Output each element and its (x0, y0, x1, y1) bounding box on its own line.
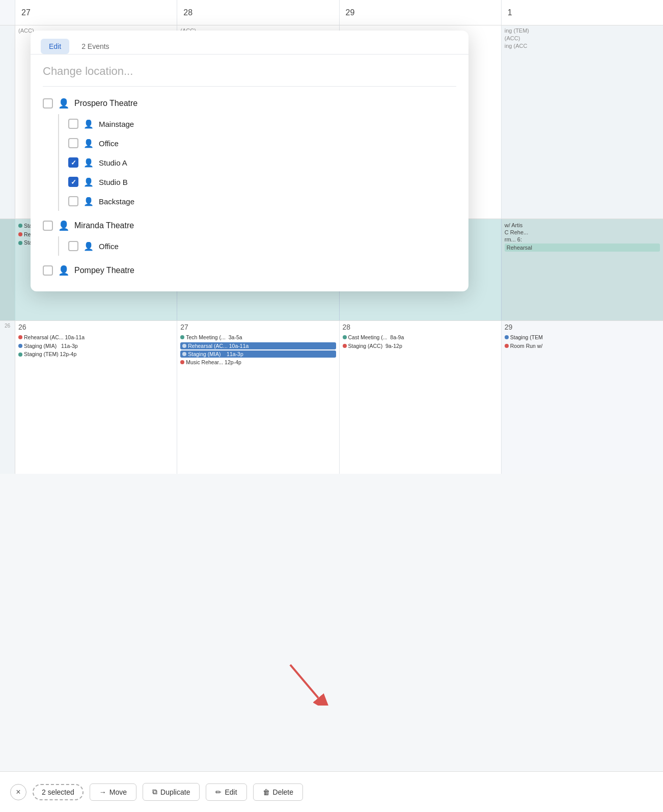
close-button[interactable]: × (10, 784, 26, 800)
location-name-studio-b: Studio B (99, 178, 128, 186)
cal-event-highlighted: Staging (MIA) 11a-3p (180, 350, 336, 358)
move-button[interactable]: → Move (90, 783, 136, 801)
checkbox-office1[interactable] (68, 138, 78, 148)
col-header-28: 28 (177, 0, 339, 25)
cal-col-1-top: ing (TEM) (ACC) ing (ACC (502, 25, 663, 219)
location-name-backstage: Backstage (99, 197, 134, 206)
move-label: Move (109, 788, 127, 796)
location-item-prospero[interactable]: 👤 Prospero Theatre (43, 93, 456, 114)
cal-event: Stagi­ng (ACC) 9a-12p (343, 342, 498, 350)
cal-day-27: 27 Tech Meeting (... 3a-5a Rehearsal (AC… (177, 321, 339, 474)
location-item-studio-b[interactable]: 👤 Studio B (59, 172, 456, 192)
edit-label: Edit (225, 788, 237, 796)
person-icon-miranda: 👤 (58, 220, 69, 231)
cal-event: Tech Meeting (... 3a-5a (180, 334, 336, 341)
modal-tabs: Edit 2 Events (31, 31, 468, 55)
cal-event: Staging (TEM) 12p-4p (18, 350, 174, 358)
location-item-studio-a[interactable]: 👤 Studio A (59, 153, 456, 172)
miranda-children: 👤 Office (58, 236, 456, 256)
calendar-header: 27 28 29 1 (0, 0, 663, 25)
location-name-miranda: Miranda Theatre (74, 221, 134, 230)
checkbox-prospero[interactable] (43, 98, 53, 109)
tab-events[interactable]: 2 Events (73, 39, 117, 54)
modal-search-placeholder: Change location... (43, 65, 456, 78)
location-name-mainstage: Mainstage (99, 120, 134, 128)
checkbox-mainstage[interactable] (68, 119, 78, 129)
cal-day-26: 26 Rehearsal (AC... 10a-11a Staging (MIA… (15, 321, 177, 474)
move-icon: → (99, 788, 106, 796)
checkbox-studio-b[interactable] (68, 177, 78, 187)
delete-label: Delete (273, 788, 293, 796)
person-icon-backstage: 👤 (84, 197, 94, 206)
checkbox-miranda[interactable] (43, 221, 53, 231)
col-header-27: 27 (15, 0, 177, 25)
person-icon-studio-b: 👤 (84, 177, 94, 187)
person-icon-studio-a: 👤 (84, 158, 94, 168)
bottom-action-bar: × 2 selected → Move ⧉ Duplicate ✏ Edit 🗑… (0, 771, 663, 812)
location-item-office1[interactable]: 👤 Office (59, 133, 456, 153)
cal-event: Music Rehear... 12p-4p (180, 359, 336, 366)
delete-icon: 🗑 (263, 788, 270, 796)
location-name-studio-a: Studio A (99, 158, 127, 167)
person-icon-pompey: 👤 (58, 265, 69, 276)
cal-event: Rehearsal (AC... 10a-11a (18, 334, 174, 341)
modal-divider (43, 86, 456, 87)
modal-body: Change location... 👤 Prospero Theatre 👤 … (31, 55, 468, 291)
cal-event: Cast M­eeting (... 8a-9a (343, 334, 498, 341)
location-item-mainstage[interactable]: 👤 Mainstage (59, 114, 456, 133)
duplicate-button[interactable]: ⧉ Duplicate (143, 783, 200, 801)
selected-badge: 2 selected (33, 784, 84, 800)
modal: Edit 2 Events Change location... 👤 Prosp… (31, 31, 468, 291)
checkbox-office2[interactable] (68, 241, 78, 251)
duplicate-label: Duplicate (160, 788, 190, 796)
cal-event: Staging (TEM (505, 334, 660, 341)
edit-button[interactable]: ✏ Edit (206, 783, 246, 801)
cal-event-highlighted: Rehearsal (AC... 10a-11a (180, 342, 336, 349)
cal-day-29: 29 Staging (TEM Room Run w/ (502, 321, 663, 474)
cal-event: Staging (MIA) 11a-3p (18, 342, 174, 350)
col-header-29: 29 (340, 0, 502, 25)
location-item-office2[interactable]: 👤 Office (59, 236, 456, 256)
tab-edit[interactable]: Edit (41, 39, 69, 54)
edit-icon: ✏ (215, 788, 222, 796)
location-item-pompey[interactable]: 👤 Pompey Theatre (43, 260, 456, 281)
checkbox-backstage[interactable] (68, 196, 78, 206)
location-name-pompey: Pompey Theatre (74, 266, 134, 275)
prospero-children: 👤 Mainstage 👤 Office 👤 Studio A 👤 Studio… (58, 114, 456, 211)
person-icon-office2: 👤 (84, 241, 94, 251)
location-item-miranda[interactable]: 👤 Miranda Theatre (43, 215, 456, 236)
person-icon-mainstage: 👤 (84, 119, 94, 129)
location-name-office1: Office (99, 139, 119, 148)
delete-button[interactable]: 🗑 Delete (253, 783, 303, 801)
person-icon-office1: 👤 (84, 139, 94, 148)
location-name-office2: Office (99, 242, 119, 251)
checkbox-pompey[interactable] (43, 265, 53, 276)
cal-event: Room Run w/ (505, 342, 660, 350)
location-item-backstage[interactable]: 👤 Backstage (59, 192, 456, 211)
person-icon-prospero: 👤 (58, 98, 69, 109)
checkbox-studio-a[interactable] (68, 157, 78, 168)
location-name-prospero: Prospero Theatre (74, 99, 137, 108)
duplicate-icon: ⧉ (152, 788, 157, 796)
cal-day-28: 28 Cast M­eeting (... 8a-9a Stagi­ng (AC… (340, 321, 502, 474)
col-header-1: 1 (502, 0, 663, 25)
